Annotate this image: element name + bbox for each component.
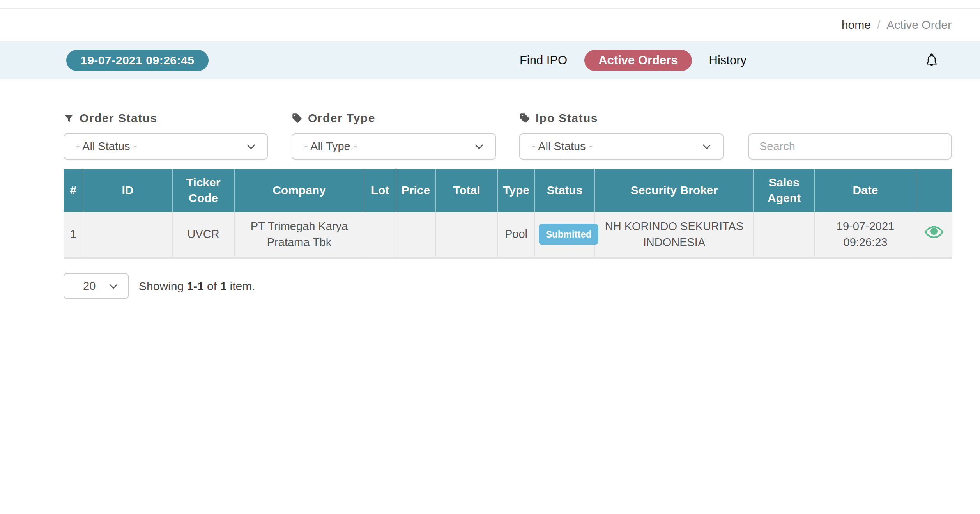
ipo-status-select[interactable]: - All Status -: [519, 133, 724, 160]
chevron-down-icon: [247, 144, 255, 149]
col-header-company: Company: [234, 169, 364, 212]
nav-group: Find IPO Active Orders History: [520, 50, 746, 71]
ipo-status-label: Ipo Status: [519, 112, 724, 125]
cell-company: PT Trimegah Karya Pratama Tbk: [234, 212, 364, 258]
cell-date: 19-07-2021 09:26:23: [815, 212, 916, 258]
chevron-down-icon: [475, 144, 483, 149]
col-header-status: Status: [534, 169, 595, 212]
table-row: 1 UVCR PT Trimegah Karya Pratama Tbk Poo…: [64, 212, 952, 258]
summary-item: item.: [226, 280, 255, 292]
summary-range: 1-1: [187, 280, 203, 292]
cell-status: Submitted: [534, 212, 595, 258]
eye-icon: [925, 226, 943, 238]
cell-total: [435, 212, 498, 258]
pagination-row: 20 Showing 1-1 of 1 item.: [64, 273, 952, 299]
cell-actions: [916, 212, 952, 258]
cell-price: [396, 212, 435, 258]
page-size-select[interactable]: 20: [64, 273, 129, 299]
tag-icon: [519, 113, 530, 124]
orders-table: # ID Ticker Code Company Lot Price Total…: [64, 169, 952, 259]
col-header-actions: [916, 169, 952, 212]
cell-ticker: UVCR: [172, 212, 234, 258]
order-status-select[interactable]: - All Status -: [64, 133, 268, 160]
col-header-num: #: [64, 169, 83, 212]
order-status-label: Order Status: [64, 112, 292, 125]
table-header: # ID Ticker Code Company Lot Price Total…: [64, 169, 952, 212]
nav-item-find-ipo[interactable]: Find IPO: [520, 53, 567, 67]
nav-item-active-orders[interactable]: Active Orders: [584, 50, 692, 71]
chevron-down-icon: [109, 284, 118, 289]
summary-count: 1: [220, 280, 226, 292]
bell-icon: [924, 52, 939, 69]
cell-num: 1: [64, 212, 83, 258]
filter-labels-row: Order Status Order Type Ipo Status: [64, 112, 952, 125]
ipo-status-label-text: Ipo Status: [536, 112, 598, 125]
order-type-label-text: Order Type: [308, 112, 375, 125]
chevron-down-icon: [702, 144, 711, 149]
col-header-total: Total: [435, 169, 498, 212]
ipo-status-select-value: - All Status -: [532, 140, 593, 153]
navbar: 19-07-2021 09:26:45 Find IPO Active Orde…: [0, 42, 980, 79]
summary-of: of: [204, 280, 220, 292]
col-header-sales-agent: Sales Agent: [754, 169, 815, 212]
col-header-type: Type: [498, 169, 534, 212]
summary-showing: Showing: [139, 280, 187, 292]
breadcrumb-bar: home / Active Order: [0, 9, 980, 42]
order-type-label: Order Type: [292, 112, 519, 125]
status-badge: Submitted: [539, 224, 598, 245]
search-input[interactable]: [748, 133, 952, 160]
page-size-value: 20: [83, 280, 96, 292]
view-order-button[interactable]: [925, 226, 943, 238]
cell-id: [83, 212, 172, 258]
col-header-id: ID: [83, 169, 172, 212]
col-header-ticker: Ticker Code: [172, 169, 234, 212]
col-header-price: Price: [396, 169, 435, 212]
breadcrumb-current: Active Order: [886, 18, 952, 32]
cell-broker: NH KORINDO SEKURITAS INDONESIA: [595, 212, 754, 258]
order-type-select-value: - All Type -: [304, 140, 357, 153]
col-header-date: Date: [815, 169, 916, 212]
notification-bell-button[interactable]: [924, 52, 939, 69]
order-status-label-text: Order Status: [80, 112, 157, 125]
breadcrumb-home-link[interactable]: home: [842, 18, 871, 32]
main-content: Order Status Order Type Ipo Status - All…: [0, 112, 980, 299]
col-header-broker: Security Broker: [595, 169, 754, 212]
col-header-lot: Lot: [364, 169, 396, 212]
breadcrumb-separator: /: [877, 18, 880, 32]
pagination-summary: Showing 1-1 of 1 item.: [139, 280, 255, 293]
order-type-select[interactable]: - All Type -: [292, 133, 496, 160]
filter-controls-row: - All Status - - All Type - - All Status…: [64, 133, 952, 160]
cell-lot: [364, 212, 396, 258]
tag-icon: [292, 113, 302, 124]
nav-item-history[interactable]: History: [709, 53, 746, 67]
cell-sales-agent: [754, 212, 815, 258]
order-status-select-value: - All Status -: [76, 140, 137, 153]
breadcrumb: home / Active Order: [842, 18, 952, 32]
timestamp-badge: 19-07-2021 09:26:45: [66, 50, 209, 71]
cell-type: Pool: [498, 212, 534, 258]
top-strip: [0, 0, 980, 9]
filter-funnel-icon: [64, 113, 74, 124]
